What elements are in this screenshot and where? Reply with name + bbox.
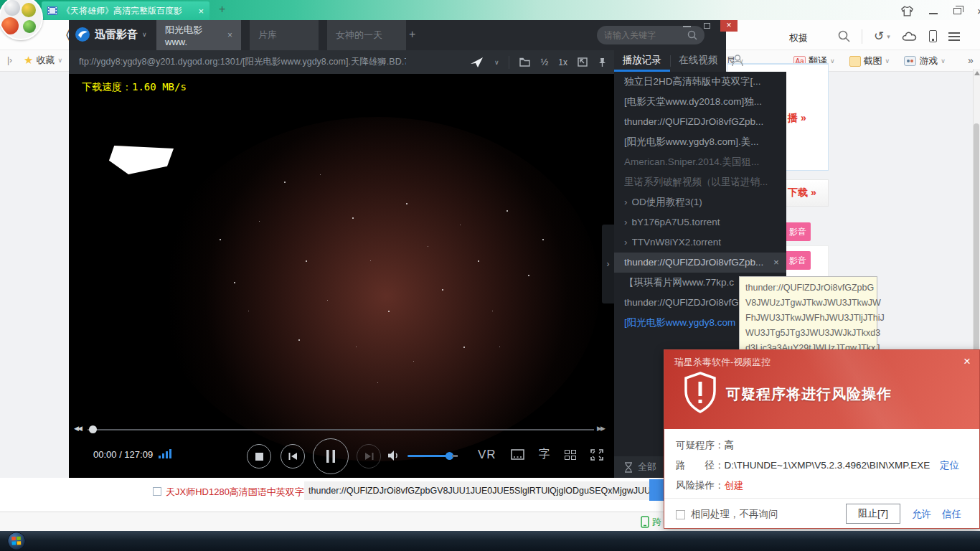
screenshot-icon: [849, 56, 861, 67]
player-new-tab-button[interactable]: +: [409, 28, 415, 41]
tab-close-icon[interactable]: ×: [198, 6, 204, 17]
close-icon[interactable]: ×: [720, 20, 738, 32]
playlist-item[interactable]: 里诺系列破解视频（以里诺进销...: [614, 172, 786, 192]
playlist-item[interactable]: thunder://QUFlZDJrOi8vfGZpb...: [614, 112, 786, 132]
playlist-item[interactable]: [电影天堂www.dy2018.com]独...: [614, 92, 786, 112]
playlist-item[interactable]: ›OD使用教程3(1): [614, 192, 786, 212]
player-tab[interactable]: 片库: [250, 20, 319, 50]
close-icon[interactable]: ×: [773, 253, 779, 273]
speaker-icon[interactable]: [387, 450, 400, 461]
stop-button[interactable]: [247, 444, 271, 468]
cross-screen-label[interactable]: 跨: [652, 516, 661, 529]
playlist-item[interactable]: ›TTVnW8iYX2.torrent: [614, 232, 786, 253]
chevron-down-icon[interactable]: ∨: [494, 59, 499, 66]
player-tab[interactable]: 阳光电影www.×: [156, 20, 241, 50]
tab-online-video[interactable]: 在线视频: [671, 50, 727, 72]
close-icon[interactable]: ×: [963, 354, 971, 369]
search-input[interactable]: [604, 30, 682, 40]
browser-titlebar: 《天将雄师》高清完整版百度影 × + ×: [0, 0, 980, 20]
video-surface[interactable]: 下载速度：1.60 MB/s ◀◀ ▶▶ 00:00 / 127:09: [69, 74, 614, 478]
accelerate-icon[interactable]: [470, 57, 484, 68]
toolbar-more-icon[interactable]: »: [968, 55, 974, 66]
star-dot: [356, 347, 357, 347]
seek-handle[interactable]: [89, 425, 97, 433]
minimize-icon[interactable]: [683, 26, 691, 27]
star-dot: [406, 203, 407, 204]
movie-row-title[interactable]: 天JX师HD1280高清国语中英双字: [166, 486, 304, 499]
toolbar-item-games[interactable]: 游戏∨: [904, 55, 946, 67]
half-size-button[interactable]: ½: [540, 57, 548, 67]
playlist-item[interactable]: 独立日2HD高清韩版中英双字[...: [614, 72, 786, 92]
dialog-body: 可疑程序：高路 径：D:\THUNDE~1\XMP\V5.2.3.4962\BI…: [664, 429, 979, 528]
vr-button[interactable]: VR: [478, 448, 496, 462]
previous-button[interactable]: [281, 444, 305, 468]
toolbar-item-label: 游戏: [919, 55, 938, 67]
dialog-field: 路 径：D:\THUNDE~1\XMP\V5.2.3.4962\BIN\XMP.…: [676, 459, 930, 472]
video-frame-light: [109, 146, 174, 174]
menu-icon[interactable]: [948, 32, 960, 41]
folder-icon[interactable]: [519, 57, 530, 67]
playlist-item[interactable]: [阳光电影www.ygdy8.com].美...: [614, 132, 786, 152]
pause-button[interactable]: [313, 438, 349, 474]
page-download-link[interactable]: 下载 »: [788, 187, 816, 199]
star-dot: [377, 382, 378, 383]
maximize-icon[interactable]: [704, 23, 710, 29]
star-dot: [492, 311, 493, 311]
page-badge[interactable]: 影音: [785, 251, 811, 270]
mobile-icon[interactable]: [929, 30, 937, 42]
minimize-icon[interactable]: [929, 13, 938, 14]
sidebar-toggle-icon[interactable]: |›: [7, 55, 12, 65]
snapshot-icon[interactable]: [511, 449, 524, 460]
restore-icon[interactable]: [953, 8, 961, 14]
film-icon: [47, 6, 57, 15]
search-icon[interactable]: [687, 30, 697, 40]
player-logo[interactable]: 迅雷影音 ∨: [75, 27, 147, 42]
checkbox[interactable]: [676, 510, 685, 519]
favorites-button[interactable]: ★ 收藏 ∨: [24, 54, 62, 67]
row-checkbox[interactable]: [153, 487, 161, 496]
fullscreen-icon[interactable]: [590, 449, 603, 461]
seek-rewind-icon[interactable]: ◀◀: [74, 425, 81, 432]
block-button[interactable]: 阻止[7]: [846, 504, 900, 524]
mini-window-icon[interactable]: [578, 57, 588, 67]
skin-icon[interactable]: [901, 6, 913, 17]
cloud-icon[interactable]: [902, 31, 918, 42]
close-icon[interactable]: ×: [977, 5, 980, 17]
allow-button[interactable]: 允许: [912, 508, 931, 521]
next-button[interactable]: [357, 444, 381, 468]
playlist-item[interactable]: ›bY176pA7U5.torrent: [614, 212, 786, 232]
page-badge[interactable]: 影音: [785, 222, 811, 241]
scrollbar-up-arrow[interactable]: [974, 71, 980, 75]
download-button-partial[interactable]: [649, 479, 664, 501]
split-screen-icon[interactable]: [565, 450, 576, 460]
trust-button[interactable]: 信任: [942, 508, 961, 521]
volume-slider[interactable]: [407, 455, 452, 457]
search-icon[interactable]: [838, 30, 850, 42]
subtitle-button[interactable]: 字: [539, 447, 550, 462]
player-tab[interactable]: 女神的一天: [327, 20, 406, 50]
toolbar-item-screenshot[interactable]: 截图∨: [849, 55, 890, 67]
playlist-item[interactable]: thunder://QUFlZDJrOi8vfGZpb...×: [614, 253, 786, 273]
player-url-bar: ftp://ygdy8:ygdy8@y201.dygod.org:1301/[阳…: [69, 50, 614, 74]
seek-forward-icon[interactable]: ▶▶: [597, 425, 604, 432]
undo-caret-icon[interactable]: ▾: [887, 33, 890, 40]
close-icon[interactable]: ×: [227, 30, 232, 40]
star-dot: [248, 311, 249, 311]
thunder-link-box[interactable]: thunder://QUFlZDJrOi8vfGZpbGV8JUU1JUE0JU…: [304, 481, 649, 500]
locate-link[interactable]: 定位: [940, 459, 959, 472]
playlist-item[interactable]: American.Sniper.2014.美国狙...: [614, 152, 786, 172]
undo-icon[interactable]: ↺: [874, 29, 884, 44]
page-play-link[interactable]: 播 »: [788, 112, 806, 125]
browser-tab[interactable]: 《天将雄师》高清完整版百度影 ×: [42, 1, 209, 20]
seek-bar[interactable]: [88, 429, 594, 430]
start-button[interactable]: [6, 532, 27, 550]
browser-new-tab-button[interactable]: +: [219, 3, 225, 16]
same-handling-option[interactable]: 相同处理，不再询问: [676, 508, 778, 521]
tab-play-history[interactable]: 播放记录: [614, 50, 670, 72]
star-dot: [234, 282, 235, 283]
speed-1x-button[interactable]: 1x: [558, 57, 567, 67]
volume-handle[interactable]: [446, 452, 453, 460]
playlist-collapse-handle[interactable]: ›: [602, 225, 614, 303]
pin-icon[interactable]: [598, 57, 607, 67]
field-label: 风险操作：: [676, 480, 725, 491]
